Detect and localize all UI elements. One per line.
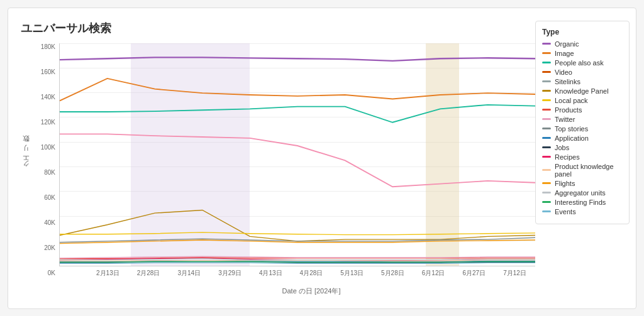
legend-item-twitter: Twitter	[542, 116, 623, 123]
legend-color-image	[542, 52, 551, 54]
legend-item-top-stories: Top stories	[542, 125, 623, 133]
legend-item-product-knowledge-panel: Product knowledge panel	[542, 163, 623, 178]
legend-color-interesting-finds	[542, 201, 551, 203]
x-axis: 2月13日 2月28日 3月14日 3月29日 4月13日 4月28日 5月13…	[87, 266, 535, 285]
legend-color-top-stories	[542, 128, 551, 129]
legend-color-application	[542, 137, 551, 139]
legend-label-twitter: Twitter	[555, 116, 575, 123]
legend-label-product-knowledge-panel: Product knowledge panel	[555, 163, 623, 178]
x-tick: 6月12日	[422, 269, 445, 278]
legend-color-products	[542, 109, 551, 111]
legend-item-interesting-finds: Interesting Finds	[542, 199, 623, 206]
x-tick: 4月13日	[259, 269, 282, 278]
legend-label-interesting-finds: Interesting Finds	[555, 199, 606, 206]
y-tick: 120K	[41, 119, 55, 126]
chart-title: ユニバーサル検索	[21, 21, 535, 36]
x-tick: 3月29日	[218, 269, 242, 278]
legend-title: Type	[542, 28, 623, 36]
legend-label-top-stories: Top stories	[555, 125, 588, 133]
legend-item-aggregator-units: Aggregator units	[542, 189, 623, 197]
y-tick: 140K	[41, 94, 55, 101]
chart-container: ユニバーサル検索 クエリ数 180K 160K 140K 120K 100K 8…	[8, 8, 636, 309]
chart-inner: クエリ数 180K 160K 140K 120K 100K 80K 60K 40…	[21, 43, 535, 296]
legend-label-image: Image	[555, 50, 574, 57]
legend-color-aggregator-units	[542, 192, 551, 193]
x-tick: 2月13日	[96, 269, 119, 278]
legend-label-video: Video	[555, 68, 572, 76]
legend-item-events: Events	[542, 208, 623, 215]
legend-item-people-also-ask: People also ask	[542, 59, 623, 67]
x-tick: 7月12日	[503, 269, 526, 278]
y-tick: 160K	[41, 68, 55, 75]
x-tick: 4月28日	[300, 269, 323, 278]
legend-label-people-also-ask: People also ask	[555, 59, 604, 67]
legend-color-sitelinks	[542, 80, 551, 82]
legend-item-organic: Organic	[542, 40, 623, 48]
legend-color-twitter	[542, 118, 551, 120]
legend-item-jobs: Jobs	[542, 144, 623, 151]
legend-item-video: Video	[542, 68, 623, 76]
legend-label-flights: Flights	[555, 180, 575, 187]
legend-item-local-pack: Local pack	[542, 97, 623, 104]
legend-label-application: Application	[555, 134, 589, 142]
x-tick: 3月14日	[177, 269, 201, 278]
legend-item-knowledge-panel: Knowledge Panel	[542, 87, 623, 95]
legend-item-products: Products	[542, 106, 623, 114]
y-tick: 80K	[44, 169, 55, 176]
chart-svg	[60, 43, 535, 266]
legend-color-video	[542, 71, 551, 73]
legend-color-organic	[542, 43, 551, 45]
legend-label-recipes: Recipes	[555, 153, 580, 161]
legend-label-products: Products	[555, 106, 582, 114]
legend-label-organic: Organic	[555, 40, 579, 48]
x-axis-label: Date の日 [2024年]	[87, 286, 535, 296]
y-tick: 20K	[44, 244, 55, 251]
y-tick: 180K	[41, 43, 55, 50]
y-tick: 0K	[48, 270, 55, 276]
y-tick: 60K	[44, 194, 55, 201]
legend-color-knowledge-panel	[542, 90, 551, 92]
x-tick: 5月28日	[381, 269, 404, 278]
chart-area: ユニバーサル検索 クエリ数 180K 160K 140K 120K 100K 8…	[21, 21, 535, 296]
legend-item-image: Image	[542, 50, 623, 57]
legend-color-product-knowledge-panel	[542, 169, 551, 171]
y-tick: 100K	[41, 144, 55, 151]
x-tick: 5月13日	[340, 269, 364, 278]
x-tick: 2月28日	[137, 269, 160, 278]
legend-label-knowledge-panel: Knowledge Panel	[555, 87, 609, 95]
legend-label-events: Events	[555, 208, 576, 215]
legend-label-sitelinks: Sitelinks	[555, 78, 580, 85]
legend-color-recipes	[542, 156, 551, 158]
y-axis: 180K 160K 140K 120K 100K 80K 60K 40K 20K…	[31, 43, 59, 296]
legend-label-jobs: Jobs	[555, 144, 569, 151]
y-tick: 40K	[44, 219, 55, 226]
legend-color-flights	[542, 182, 551, 184]
legend-item-recipes: Recipes	[542, 153, 623, 161]
y-axis-label: クエリ数	[21, 148, 31, 172]
legend-color-jobs	[542, 146, 551, 148]
legend-color-people-also-ask	[542, 62, 551, 63]
legend-item-sitelinks: Sitelinks	[542, 78, 623, 85]
legend-color-local-pack	[542, 99, 551, 101]
plot-area: Mar CU / Spam U SpamUpdate	[59, 43, 535, 266]
x-tick: 6月27日	[462, 269, 486, 278]
legend-item-application: Application	[542, 134, 623, 142]
legend: Type Organic Image People also ask Video…	[535, 21, 630, 224]
legend-label-aggregator-units: Aggregator units	[555, 189, 606, 197]
legend-color-events	[542, 210, 551, 212]
legend-item-flights: Flights	[542, 180, 623, 187]
legend-label-local-pack: Local pack	[555, 97, 588, 104]
